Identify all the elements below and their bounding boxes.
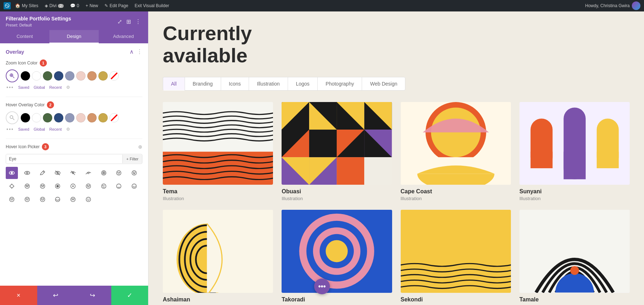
tab-design[interactable]: Design [49,30,99,43]
icon-cell-target[interactable] [98,167,110,179]
hover-swatch-green[interactable] [43,113,52,122]
icon-cell-crosshair[interactable] [6,180,18,192]
portfolio-item-tema[interactable]: Tema Illustration [163,102,273,201]
icon-cell-dot-center[interactable] [52,180,64,192]
recent-link-1[interactable]: Recent [49,85,62,89]
icon-cell-face-2[interactable] [36,180,49,192]
swatch-gold[interactable] [98,71,108,81]
svg-point-5 [10,116,13,118]
filter-tab-photography[interactable]: Photography [317,77,362,91]
filter-tab-illustration[interactable]: Illustration [249,77,288,91]
portfolio-item-sekondi[interactable]: Sekondi Illustration [401,210,511,305]
icon-cell-happy[interactable] [36,193,49,205]
icon-cell-neutral[interactable] [67,193,79,205]
hover-swatch-white[interactable] [32,113,41,122]
swatch-lavender[interactable] [65,71,74,81]
hover-swatch-navy[interactable] [54,113,63,122]
overlay-section-toggle[interactable]: ∧ [130,48,134,55]
wordpress-icon[interactable] [4,2,11,9]
hover-icon-picker-section: Hover Icon Picker 3 ⊕ + Filter [6,143,142,205]
icon-cell-circle-dot[interactable] [67,180,79,192]
filter-tab-logos[interactable]: Logos [288,77,318,91]
save-button[interactable]: ✓ [111,286,148,305]
hover-swatch-orange[interactable] [87,113,97,122]
icon-cell-grin[interactable] [82,180,94,192]
icon-search-input[interactable] [6,154,122,164]
filter-tab-all[interactable]: All [163,77,185,91]
hover-swatch-none[interactable] [109,113,119,122]
swatch-orange[interactable] [87,71,97,81]
icon-filter-btn[interactable]: + Filter [122,155,142,163]
swatch-black[interactable] [21,71,30,81]
icon-cell-wink[interactable] [98,180,110,192]
swatch-green[interactable] [43,71,52,81]
icon-cell-eye-slash-1[interactable] [52,167,64,179]
global-link-1[interactable]: Global [34,85,45,89]
swatch-pink[interactable] [76,71,86,81]
portfolio-item-sunyani[interactable]: Sunyani Illustration [519,102,630,201]
undo-button[interactable]: ↩ [37,286,74,305]
panel-preset[interactable]: Preset: Default [6,23,71,27]
portfolio-item-ashaiman[interactable]: Ashaiman Illustration [163,210,273,305]
icon-cell-beam[interactable] [82,193,94,205]
hover-swatch-gold[interactable] [98,113,108,122]
saved-link-2[interactable]: Saved [18,127,29,131]
portfolio-item-cape-coast[interactable]: Cape Coast Illustration [401,102,511,201]
filter-tab-icons[interactable]: Icons [221,77,249,91]
icon-cell-eye-slash-2[interactable] [67,167,79,179]
new-menu[interactable]: + New [83,0,100,11]
redo-button[interactable]: ↪ [74,286,111,305]
color-gear-1[interactable]: ⚙ [66,85,70,90]
comments-menu[interactable]: 💬 0 [68,0,82,11]
hover-color-preview[interactable] [6,111,19,124]
filter-tab-branding[interactable]: Branding [185,77,221,91]
tab-advanced[interactable]: Advanced [99,30,148,43]
overlay-section-menu[interactable]: ⋮ [137,48,142,55]
tab-content[interactable]: Content [0,30,49,43]
portfolio-item-takoradi[interactable]: Takoradi Illustration [282,210,392,305]
portfolio-title-cape-coast: Cape Coast [401,188,511,195]
more-button[interactable]: ••• [314,279,330,294]
icon-cell-eye-slash-3[interactable] [82,167,94,179]
icon-cell-eye-2[interactable] [21,167,33,179]
svg-point-9 [25,171,30,175]
saved-link-1[interactable]: Saved [18,85,29,89]
zoom-color-preview[interactable] [6,69,19,82]
portfolio-item-obuasi[interactable]: Obuasi Illustration [282,102,392,201]
svg-point-51 [10,197,14,202]
panel-grid-btn[interactable]: ⊞ [125,18,132,26]
icon-cell-pencil[interactable] [36,167,49,179]
hover-swatch-lavender[interactable] [65,113,74,122]
global-link-2[interactable]: Global [34,127,45,131]
icon-cell-face-1[interactable] [21,180,33,192]
my-sites-menu[interactable]: 🏠 My Sites [13,0,40,11]
swatch-white[interactable] [32,71,41,81]
zoom-color-meta: ••• Saved Global Recent ⚙ [6,84,142,90]
exit-builder-btn[interactable]: Exit Visual Builder [132,0,171,11]
icon-cell-smile-2[interactable] [113,180,125,192]
cancel-button[interactable]: × [0,286,37,305]
panel-resize-btn[interactable]: ⤢ [116,18,123,26]
icon-cell-laugh[interactable] [128,167,140,179]
icon-target-btn[interactable]: ⊕ [138,144,142,150]
swatch-navy[interactable] [54,71,63,81]
hover-swatch-black[interactable] [21,113,30,122]
icon-cell-eye-active[interactable] [6,167,18,179]
hover-swatch-pink[interactable] [76,113,86,122]
icon-cell-meh[interactable] [21,193,33,205]
edit-page-btn[interactable]: ✎ Edit Page [102,0,130,11]
svg-point-57 [28,199,28,199]
icon-cell-tears[interactable] [128,180,140,192]
color-gear-2[interactable]: ⚙ [66,127,70,132]
user-menu[interactable]: Howdy, Christina Gwira [585,1,640,10]
panel-more-btn[interactable]: ⋮ [134,18,142,26]
divi-menu[interactable]: ◈ Divi 2 [43,0,66,11]
icon-cell-smile-1[interactable] [113,167,125,179]
icon-cell-confused[interactable] [6,193,18,205]
filter-tab-web-design[interactable]: Web Design [362,77,405,91]
recent-link-2[interactable]: Recent [49,127,62,131]
swatch-none[interactable] [109,71,119,81]
portfolio-grid: Tema Illustration [163,102,630,305]
icon-cell-blush[interactable] [52,193,64,205]
portfolio-item-tamale[interactable]: Tamale Illustration [519,210,630,305]
